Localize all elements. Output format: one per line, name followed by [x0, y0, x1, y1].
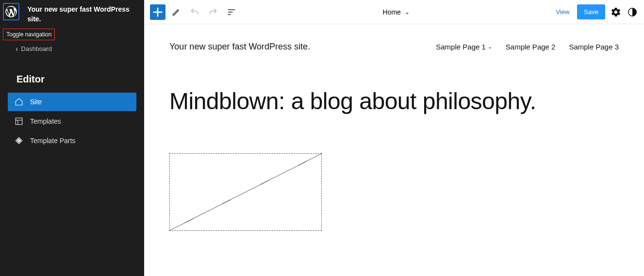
wordpress-logo-icon[interactable] [3, 3, 19, 20]
nav-link[interactable]: Sample Page 3 [569, 43, 619, 51]
sidebar-site-name: Your new super fast WordPress site. [27, 3, 139, 24]
document-selector[interactable]: Home ⌄ [239, 8, 553, 16]
contrast-icon [627, 7, 638, 17]
site-title-block[interactable]: Your new super fast WordPress site. [169, 42, 310, 52]
toolbar-right: View Save [553, 4, 638, 19]
document-label: Home [383, 8, 401, 16]
nav-link-label: Sample Page 1 [436, 43, 486, 51]
sidebar-item-templates[interactable]: Templates [8, 112, 136, 130]
sidebar-item-label: Template Parts [30, 137, 75, 145]
layout-icon [15, 117, 23, 126]
sidebar-header: Your new super fast WordPress site. [0, 0, 144, 27]
styles-button[interactable] [627, 6, 638, 18]
editor-toolbar: Home ⌄ View Save [144, 0, 644, 24]
image-placeholder-block[interactable] [169, 153, 322, 231]
save-button[interactable]: Save [577, 4, 605, 19]
chevron-down-icon: ⌄ [405, 9, 410, 16]
add-block-button[interactable] [150, 4, 165, 20]
page-header: Your new super fast WordPress site. Samp… [169, 42, 619, 52]
home-icon [15, 97, 23, 106]
chevron-down-icon: ⌄ [488, 44, 492, 50]
sidebar-item-label: Site [30, 98, 42, 106]
toggle-navigation-tooltip: Toggle navigation [3, 29, 55, 40]
redo-button[interactable] [205, 4, 221, 20]
editor-canvas[interactable]: Your new super fast WordPress site. Samp… [144, 24, 644, 276]
redo-icon [208, 7, 218, 17]
view-link[interactable]: View [553, 6, 572, 17]
list-view-icon [227, 7, 236, 17]
settings-button[interactable] [610, 6, 622, 18]
toolbar-left [150, 4, 239, 20]
sidebar-item-label: Templates [30, 117, 61, 125]
undo-button[interactable] [187, 4, 202, 20]
nav-link[interactable]: Sample Page 1 ⌄ [436, 43, 492, 51]
plus-icon [150, 4, 165, 20]
editor-main: Home ⌄ View Save Your new super fast Wor… [144, 0, 644, 276]
navigation-block[interactable]: Sample Page 1 ⌄ Sample Page 2 Sample Pag… [436, 43, 619, 51]
list-view-button[interactable] [224, 4, 239, 20]
dashboard-back-link[interactable]: ‹ Dashboard [0, 40, 144, 56]
sidebar-item-template-parts[interactable]: Template Parts [8, 131, 136, 150]
sidebar-item-site[interactable]: Site [8, 93, 136, 111]
nav-link-label: Sample Page 2 [506, 43, 556, 51]
edit-mode-button[interactable] [168, 4, 184, 20]
heading-block[interactable]: Mindblown: a blog about philosophy. [169, 88, 619, 114]
nav-link[interactable]: Sample Page 2 [506, 43, 556, 51]
gear-icon [611, 7, 621, 17]
sidebar-panel-title: Editor [0, 56, 144, 93]
nav-link-label: Sample Page 3 [569, 43, 619, 51]
editor-sidebar: Your new super fast WordPress site. Togg… [0, 0, 144, 276]
sidebar-nav: Site Templates Template Parts [0, 93, 144, 150]
undo-icon [190, 7, 199, 17]
dashboard-label: Dashboard [21, 45, 52, 52]
diamond-icon [15, 136, 23, 145]
svg-rect-0 [16, 118, 22, 125]
pencil-icon [171, 7, 181, 17]
